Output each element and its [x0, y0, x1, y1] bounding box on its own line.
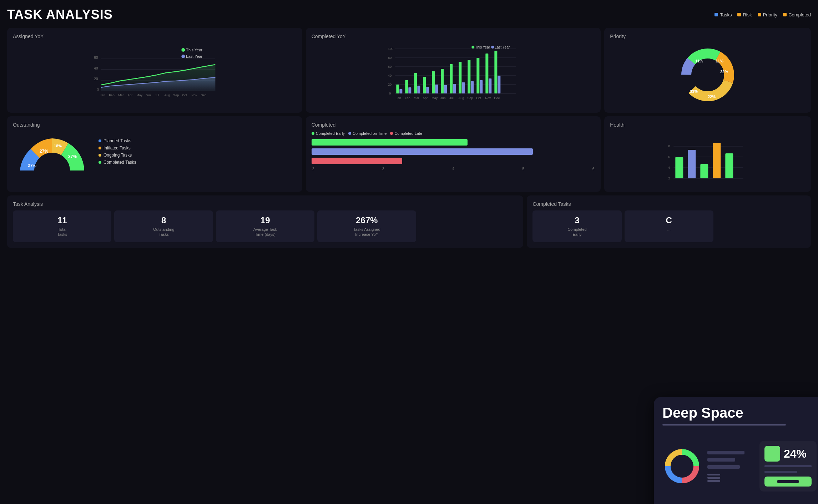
task-analysis-title: Task Analysis [13, 201, 517, 207]
svg-text:27%: 27% [40, 149, 48, 154]
task-stats-row: 11 TotalTasks 8 OutstandingTasks 19 Aver… [13, 210, 517, 242]
stat-total-value: 11 [17, 215, 107, 225]
assigned-yoy-chart: 0 20 40 60 [13, 43, 297, 100]
hbar-early [312, 139, 595, 146]
svg-text:6: 6 [668, 155, 670, 159]
svg-text:11%: 11% [716, 59, 723, 63]
svg-text:Feb: Feb [405, 96, 410, 100]
stat-yoy-label: Tasks AssignedIncrease YoY [322, 227, 411, 237]
svg-text:May: May [431, 96, 438, 100]
svg-rect-54 [468, 60, 470, 93]
svg-text:40: 40 [94, 66, 98, 70]
svg-text:Dec: Dec [494, 96, 500, 100]
legend-completed-dot [783, 13, 787, 16]
bar-ontime [312, 148, 533, 155]
health-card: Health 2 4 6 8 [604, 116, 811, 192]
health-title: Health [610, 122, 805, 128]
stat-avg-label: Average TaskTime (days) [220, 227, 310, 237]
deep-space-title: Deep Space [662, 406, 817, 420]
svg-rect-42 [414, 73, 417, 93]
svg-rect-38 [396, 85, 399, 93]
hbar-ontime [312, 148, 595, 155]
svg-rect-60 [494, 51, 497, 93]
svg-text:Oct: Oct [476, 96, 481, 100]
priority-donut-svg: 11% 22% 33% 22% 11% [676, 43, 740, 107]
stat-outstanding-label: OutstandingTasks [118, 227, 208, 237]
completed-tasks-card: Completed Tasks 3 CompletedEarly C ... [527, 195, 811, 248]
svg-text:33%: 33% [690, 89, 698, 93]
svg-rect-51 [453, 84, 456, 93]
svg-point-76 [491, 46, 494, 49]
ds-green-button[interactable] [764, 477, 812, 487]
mid-grid: Outstanding [7, 116, 811, 192]
ds-percent: 24% [784, 447, 807, 460]
legend-tasks[interactable]: Tasks [715, 12, 732, 17]
stat-avg-value: 19 [220, 215, 310, 225]
assigned-yoy-title: Assigned YoY [13, 34, 297, 39]
stat-yoy-increase: 267% Tasks AssignedIncrease YoY [317, 210, 416, 242]
svg-rect-39 [399, 89, 402, 93]
deep-space-right-panel: 24% [759, 441, 817, 492]
assigned-yoy-svg: 0 20 40 60 [13, 43, 297, 98]
header: TASK ANALYSIS Tasks Risk Priority Comple… [7, 7, 811, 22]
health-svg: 2 4 6 8 [610, 131, 805, 185]
assigned-yoy-card: Assigned YoY 0 20 40 60 [7, 28, 302, 113]
svg-text:Mar: Mar [118, 93, 124, 97]
stat-completed-2-label: ... [629, 227, 709, 232]
svg-text:Jan: Jan [396, 96, 401, 100]
svg-text:8: 8 [668, 144, 670, 148]
svg-rect-58 [485, 54, 488, 93]
legend-risk[interactable]: Risk [737, 12, 752, 17]
top-grid: Assigned YoY 0 20 40 60 [7, 28, 811, 113]
svg-rect-59 [489, 78, 491, 93]
legend-tasks-dot [715, 13, 718, 16]
stat-completed-early: 3 CompletedEarly [532, 210, 621, 242]
svg-text:60: 60 [388, 65, 392, 68]
priority-donut: 11% 22% 33% 22% 11% [610, 43, 805, 107]
leg-ontime: Completed on Time [353, 131, 387, 136]
stat-completed-early-value: 3 [537, 215, 617, 225]
svg-text:Jun: Jun [440, 96, 446, 100]
svg-text:60: 60 [94, 56, 98, 60]
svg-text:22%: 22% [708, 95, 716, 99]
legend-tasks-label: Tasks [720, 12, 732, 17]
svg-point-22 [181, 48, 185, 52]
svg-text:4: 4 [668, 166, 670, 169]
svg-rect-89 [13, 171, 91, 174]
svg-rect-53 [462, 82, 465, 93]
svg-text:Aug: Aug [164, 93, 170, 97]
svg-text:Apr: Apr [423, 96, 428, 100]
svg-text:Nov: Nov [485, 96, 491, 100]
svg-rect-52 [459, 62, 461, 93]
svg-text:80: 80 [388, 56, 392, 60]
svg-text:20: 20 [388, 83, 392, 86]
legend-initiated: Initiated Tasks [103, 146, 131, 151]
svg-rect-40 [405, 80, 408, 93]
legend-priority[interactable]: Priority [758, 12, 777, 17]
svg-text:May: May [136, 93, 143, 97]
legend-priority-label: Priority [763, 12, 777, 17]
svg-rect-57 [480, 80, 483, 93]
stat-avg-time: 19 Average TaskTime (days) [216, 210, 314, 242]
svg-text:Jul: Jul [155, 93, 159, 97]
stat-outstanding: 8 OutstandingTasks [114, 210, 213, 242]
svg-text:11%: 11% [695, 59, 703, 63]
outstanding-wrap: 27% 27% 18% 27% Planned Tasks Initiated … [13, 131, 297, 174]
svg-text:0: 0 [389, 92, 391, 95]
svg-text:Jan: Jan [100, 93, 105, 97]
stat-total-label: TotalTasks [17, 227, 107, 237]
svg-text:This Year: This Year [186, 48, 202, 52]
svg-rect-55 [471, 81, 474, 93]
stat-total-tasks: 11 TotalTasks [13, 210, 111, 242]
deep-space-overlay: Deep Space [654, 397, 818, 504]
legend-completed[interactable]: Completed [783, 12, 811, 17]
leg-early: Completed Early [316, 131, 345, 136]
svg-text:Oct: Oct [182, 93, 187, 97]
legend-planned: Planned Tasks [103, 138, 131, 143]
svg-text:Feb: Feb [109, 93, 115, 97]
ds-green-box [764, 446, 780, 462]
svg-rect-43 [417, 86, 420, 93]
svg-rect-50 [450, 64, 453, 93]
svg-text:27%: 27% [68, 154, 77, 159]
stat-completed-2: C ... [625, 210, 713, 242]
